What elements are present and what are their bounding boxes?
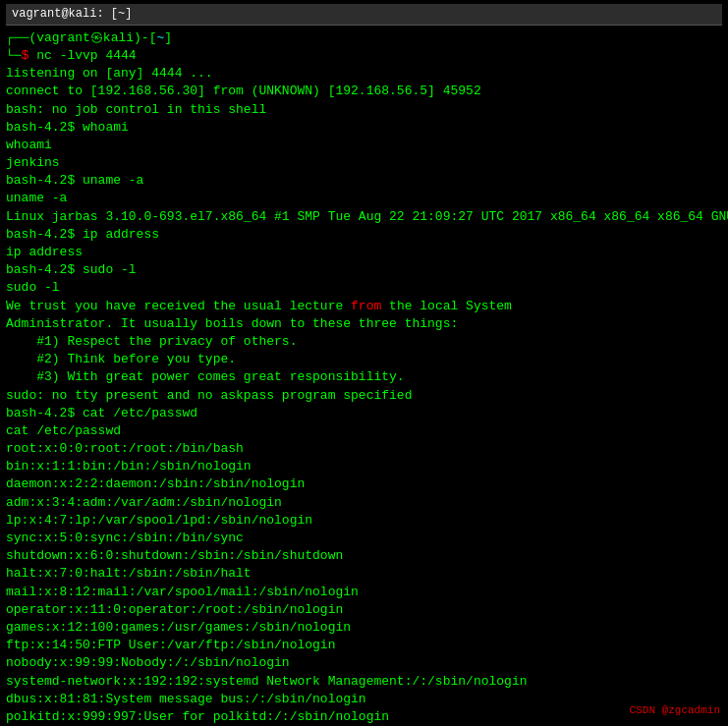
terminal-line: #3) With great power comes great respons… [6, 368, 722, 386]
terminal-line: dbus:x:81:81:System message bus:/:/sbin/… [6, 691, 722, 708]
terminal-line: sync:x:5:0:sync:/sbin:/bin/sync [6, 530, 722, 547]
terminal-cmd-nc: └─$ nc -lvvp 4444 [6, 47, 722, 65]
terminal-line: ftp:x:14:50:FTP User:/var/ftp:/sbin/nolo… [6, 637, 722, 654]
terminal-line: halt:x:7:0:halt:/sbin:/sbin/halt [6, 565, 722, 583]
title-bar: vagrant@kali: [~] [6, 4, 722, 26]
terminal-line: adm:x:3:4:adm:/var/adm:/sbin/nologin [6, 494, 722, 512]
terminal-line: mail:x:8:12:mail:/var/spool/mail:/sbin/n… [6, 584, 722, 601]
terminal-line: whoami [6, 137, 722, 154]
terminal-line: root:x:0:0:root:/root:/bin/bash [6, 440, 722, 458]
terminal-prompt-title: ┌──(vagrant㉿kali)-[~] [6, 29, 722, 47]
terminal-line: systemd-network:x:192:192:systemd Networ… [6, 673, 722, 691]
terminal-line: bash-4.2$ cat /etc/passwd [6, 405, 722, 422]
terminal-line: bash-4.2$ whoami [6, 119, 722, 137]
terminal-line: bash-4.2$ ip address [6, 226, 722, 244]
terminal-line: Administrator. It usually boils down to … [6, 315, 722, 333]
terminal-line: shutdown:x:6:0:shutdown:/sbin:/sbin/shut… [6, 547, 722, 565]
terminal-line: sudo: no tty present and no askpass prog… [6, 387, 722, 405]
terminal-line: bash-4.2$ sudo -l [6, 261, 722, 279]
terminal-line: games:x:12:100:games:/usr/games:/sbin/no… [6, 619, 722, 637]
terminal-line: Linux jarbas 3.10.0-693.el7.x86_64 #1 SM… [6, 208, 722, 226]
terminal-line: bash: no job control in this shell [6, 101, 722, 119]
terminal-line: sudo -l [6, 279, 722, 297]
terminal-line: listening on [any] 4444 ... [6, 65, 722, 83]
terminal-content: ┌──(vagrant㉿kali)-[~]└─$ nc -lvvp 4444li… [6, 29, 722, 726]
terminal-line: connect to [192.168.56.30] from (UNKNOWN… [6, 83, 722, 100]
terminal-line: jenkins [6, 154, 722, 172]
terminal-line: polkitd:x:999:997:User for polkitd:/:/sb… [6, 708, 722, 726]
terminal-line: operator:x:11:0:operator:/root:/sbin/nol… [6, 601, 722, 619]
terminal-line: daemon:x:2:2:daemon:/sbin:/sbin/nologin [6, 475, 722, 493]
terminal-window: vagrant@kali: [~] ┌──(vagrant㉿kali)-[~]└… [0, 0, 728, 726]
terminal-line: uname -a [6, 190, 722, 207]
terminal-line: cat /etc/passwd [6, 422, 722, 440]
terminal-line: #2) Think before you type. [6, 351, 722, 368]
terminal-line: We trust you have received the usual lec… [6, 298, 722, 315]
terminal-line: bin:x:1:1:bin:/bin:/sbin/nologin [6, 458, 722, 475]
terminal-line: bash-4.2$ uname -a [6, 172, 722, 190]
terminal-line: #1) Respect the privacy of others. [6, 333, 722, 351]
watermark: CSDN @zgcadmin [630, 703, 720, 718]
terminal-line: ip address [6, 244, 722, 261]
terminal-line: lp:x:4:7:lp:/var/spool/lpd:/sbin/nologin [6, 512, 722, 530]
terminal-line: nobody:x:99:99:Nobody:/:/sbin/nologin [6, 654, 722, 672]
terminal-title: vagrant@kali: [~] [12, 7, 132, 21]
